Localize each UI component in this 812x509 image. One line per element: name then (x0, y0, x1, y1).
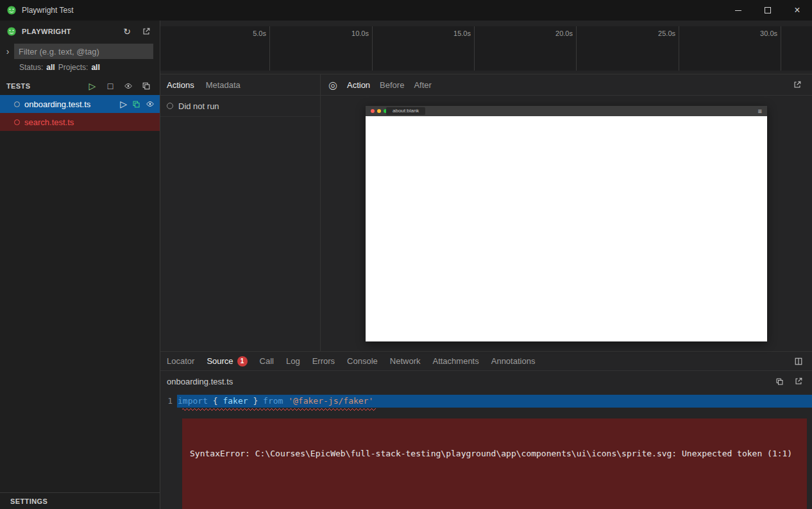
actions-panel: Actions Metadata Did not run (160, 74, 321, 351)
settings-section-header[interactable]: SETTINGS (0, 492, 160, 509)
tab-action[interactable]: Action (347, 80, 370, 90)
open-external-icon (794, 377, 803, 386)
bottom-panel: Locator Source 1 Call Log Errors Console… (160, 351, 812, 509)
tests-title: TESTS (6, 82, 81, 90)
tick-line (679, 26, 679, 71)
tick-line (269, 26, 270, 71)
reload-tests-button[interactable]: ↻ (120, 24, 134, 39)
tick-line (576, 26, 577, 71)
minimize-icon (735, 10, 741, 11)
tab-attachments[interactable]: Attachments (432, 356, 478, 366)
test-row-actions: ▷ (120, 99, 155, 108)
refresh-icon: ↻ (123, 27, 131, 36)
open-source-external-button[interactable] (791, 374, 806, 388)
tick-line (781, 26, 781, 71)
close-button[interactable]: × (782, 0, 812, 21)
tab-log[interactable]: Log (286, 356, 300, 366)
maximize-button[interactable] (753, 0, 782, 21)
collapse-all-button[interactable] (139, 79, 153, 93)
tick-label: 15.0s (453, 30, 471, 37)
copy-source-button[interactable] (772, 374, 786, 388)
projects-label: Projects: (58, 63, 89, 72)
stop-button[interactable]: □ (103, 79, 117, 93)
tab-metadata[interactable]: Metadata (206, 80, 241, 90)
error-message: SyntaxError: C:\Courses\EpicWeb\full-sta… (190, 448, 799, 460)
test-name: onboarding.test.ts (24, 99, 115, 109)
window-controls: × (723, 0, 812, 21)
timeline-strip[interactable]: 5.0s 10.0s 15.0s 20.0s 25.0s 30.0s (160, 26, 812, 71)
close-icon: × (794, 5, 800, 15)
tab-console[interactable]: Console (347, 356, 378, 366)
tick-label: 30.0s (760, 30, 777, 37)
copy-icon (775, 377, 784, 386)
browser-chrome: about:blank ≡ (366, 106, 767, 116)
main-area: 5.0s 10.0s 15.0s 20.0s 25.0s 30.0s (160, 21, 812, 509)
tab-source-label: Source (207, 356, 233, 366)
toggle-layout-button[interactable] (791, 354, 806, 368)
tab-call[interactable]: Call (260, 356, 274, 366)
actions-empty-state: Did not run (160, 96, 320, 117)
syntax-error-block: SyntaxError: C:\Courses\EpicWeb\full-sta… (182, 418, 807, 509)
pick-locator-icon[interactable]: ◎ (328, 79, 337, 91)
status-value[interactable]: all (46, 63, 55, 72)
tick-label: 25.0s (658, 30, 675, 37)
sidebar-header: PLAYWRIGHT ↻ (0, 22, 160, 41)
chevron-right-icon[interactable]: › (3, 46, 13, 56)
error-squiggle (182, 408, 376, 411)
tick-line (474, 26, 475, 71)
maximize-icon (765, 7, 771, 13)
actions-panel-tabs: Actions Metadata (160, 74, 320, 96)
tests-section-header: TESTS ▷ □ (0, 77, 160, 95)
eye-icon (124, 82, 133, 91)
settings-title: SETTINGS (10, 497, 47, 505)
browser-menu-icon: ≡ (758, 106, 762, 116)
error-frame-blank (190, 483, 799, 494)
snapshot-panel: ◎ Action Before After (321, 74, 812, 351)
playwright-logo-icon (6, 26, 17, 37)
traffic-lights (371, 109, 387, 113)
tab-actions[interactable]: Actions (167, 80, 194, 90)
stop-icon: □ (108, 82, 113, 91)
tab-annotations[interactable]: Annotations (491, 356, 536, 366)
page-snapshot-blank[interactable] (366, 116, 767, 341)
bottom-panel-tabs: Locator Source 1 Call Log Errors Console… (160, 352, 812, 371)
title-bar: Playwright Test × (0, 0, 812, 21)
open-external-window-button[interactable] (139, 24, 153, 39)
tab-before[interactable]: Before (380, 80, 404, 90)
browser-snapshot[interactable]: about:blank ≡ (366, 106, 767, 341)
tab-network[interactable]: Network (390, 356, 421, 366)
source-line-1[interactable]: 1 import { faker } from '@faker-js/faker… (160, 395, 812, 408)
tab-locator[interactable]: Locator (167, 356, 194, 366)
minimize-dot-icon (377, 109, 381, 113)
source-viewer[interactable]: 1 import { faker } from '@faker-js/faker… (160, 392, 812, 509)
watch-all-button[interactable] (121, 79, 135, 93)
circle-icon (167, 103, 173, 109)
source-error-badge: 1 (237, 356, 248, 367)
collapse-all-icon (142, 82, 151, 91)
run-all-button[interactable]: ▷ (85, 79, 99, 93)
open-external-icon (142, 27, 151, 36)
split-columns-icon (794, 357, 803, 366)
source-file-bar: onboarding.test.ts (160, 371, 812, 392)
test-item-onboarding[interactable]: onboarding.test.ts ▷ (0, 95, 160, 113)
tab-after[interactable]: After (414, 80, 431, 90)
minimize-button[interactable] (723, 0, 753, 21)
snapshot-toolbar: ◎ Action Before After (321, 74, 812, 96)
sidebar: PLAYWRIGHT ↻ › Status: all Projects: all… (0, 21, 160, 509)
tab-errors[interactable]: Errors (312, 356, 335, 366)
open-snapshot-external-button[interactable] (790, 78, 804, 92)
projects-value[interactable]: all (91, 63, 99, 72)
watch-test-icon[interactable] (146, 99, 155, 108)
filter-input[interactable] (14, 44, 153, 59)
middle-row: Actions Metadata Did not run ◎ Action Be… (160, 74, 812, 351)
source-file-name: onboarding.test.ts (167, 377, 233, 386)
copy-icon[interactable] (132, 100, 140, 108)
status-label: Status: (19, 63, 43, 72)
test-item-search[interactable]: search.test.ts (0, 113, 160, 131)
close-dot-icon (371, 109, 375, 113)
run-test-icon[interactable]: ▷ (120, 99, 127, 108)
snapshot-body: about:blank ≡ (321, 96, 812, 351)
tab-source[interactable]: Source 1 (207, 356, 247, 367)
sidebar-title: PLAYWRIGHT (22, 28, 115, 35)
timeline[interactable]: 5.0s 10.0s 15.0s 20.0s 25.0s 30.0s (160, 21, 812, 74)
